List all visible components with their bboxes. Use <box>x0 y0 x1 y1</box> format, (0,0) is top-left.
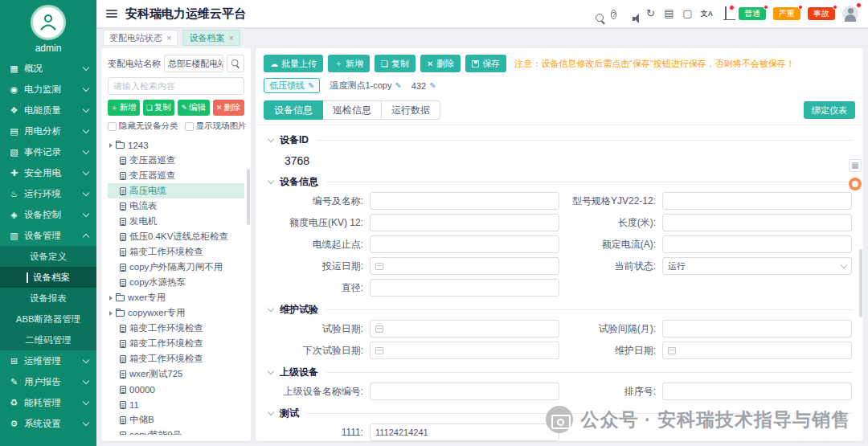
tree-item[interactable]: 变压器巡查 <box>108 168 244 183</box>
sidebar-item-device-report[interactable]: 设备报表 <box>0 288 96 309</box>
tree-folder[interactable]: 1243 <box>108 137 244 153</box>
translate-icon[interactable]: 文A <box>701 8 714 19</box>
sidebar-item-system-settings[interactable]: ⚙系统设置 <box>0 413 96 434</box>
tree-scrollbar[interactable] <box>247 169 250 225</box>
tree-item[interactable]: 电流表 <box>108 198 244 214</box>
tree-item[interactable]: wxer测试725 <box>108 366 244 382</box>
device-tag[interactable]: 432✎ <box>411 81 436 91</box>
edit-icon[interactable]: ✎ <box>395 81 401 90</box>
sidebar-item-operating-env[interactable]: ♨运行环境 <box>0 183 96 204</box>
field-commission-date[interactable] <box>370 257 559 275</box>
sidebar-item-power-monitoring[interactable]: ◉电力监测 <box>0 79 96 100</box>
bind-meter-button[interactable]: 绑定仪表 <box>804 101 855 119</box>
sidebar-item-device-control[interactable]: ◈设备控制 <box>0 204 96 225</box>
sidebar-item-user-report[interactable]: ✎用户报告 <box>0 371 96 392</box>
close-icon[interactable]: × <box>166 33 171 43</box>
edit-icon[interactable]: ✎ <box>429 81 436 90</box>
field-number-name[interactable] <box>370 192 559 210</box>
collapse-icon[interactable] <box>268 368 274 374</box>
tree-item[interactable]: 箱变工作环境检查 <box>108 321 244 336</box>
collapse-icon[interactable] <box>268 136 274 142</box>
sidebar-item-device-definition[interactable]: 设备定义 <box>0 246 96 267</box>
bell-icon[interactable] <box>720 8 731 19</box>
field-1111[interactable]: 11124214241 <box>370 423 559 441</box>
tree-item[interactable]: copy户外隔离刀闸不用 <box>108 260 244 275</box>
tree-item[interactable]: copy水源热泵 <box>108 275 244 290</box>
field-cable-endpoints[interactable] <box>370 235 559 253</box>
field-rated-voltage[interactable] <box>370 214 559 231</box>
show-site-photos-checkbox[interactable]: 显示现场图片 <box>185 121 247 132</box>
tab-device-archive[interactable]: 设备档案× <box>182 30 240 46</box>
sidebar-item-device-archive[interactable]: 设备档案 <box>0 267 96 288</box>
fullscreen-icon[interactable]: ▢ <box>682 8 694 19</box>
device-tag-selected[interactable]: 低压馈线✎ <box>264 78 320 93</box>
field-test-date[interactable] <box>370 320 559 338</box>
help-icon[interactable]: ? <box>608 8 620 19</box>
tree-add-button[interactable]: ＋新增 <box>108 100 140 116</box>
panel-toggle-icon[interactable]: ▦ <box>849 159 862 172</box>
field-current-status[interactable]: 运行 <box>662 257 852 275</box>
edit-icon[interactable]: ✎ <box>308 81 314 90</box>
tree-item-selected[interactable]: 高压电缆 <box>108 183 244 198</box>
sidebar-item-safe-power[interactable]: ✚安全用电 <box>0 162 96 183</box>
sidebar-item-power-quality[interactable]: ❖电能质量 <box>0 100 96 121</box>
alarm-badge-normal[interactable]: 普通 <box>739 7 766 20</box>
sidebar-item-usage-analysis[interactable]: ▤用电分析 <box>0 121 96 141</box>
batch-upload-button[interactable]: ☁批量上传 <box>264 55 323 72</box>
station-search-button[interactable] <box>227 55 244 72</box>
tree-edit-button[interactable]: ✎编辑 <box>178 100 210 116</box>
report-icon[interactable]: ▤ <box>664 8 675 19</box>
menu-toggle-icon[interactable] <box>106 10 117 18</box>
field-sort-number[interactable] <box>662 383 852 400</box>
close-icon[interactable]: × <box>228 33 233 43</box>
collapse-icon[interactable] <box>268 178 274 184</box>
sidebar-item-om-mgmt[interactable]: ⊞运维管理 <box>0 350 96 371</box>
tree-item[interactable]: 变压器巡查 <box>108 153 244 168</box>
tree-copy-button[interactable]: ❏复制 <box>143 100 175 116</box>
sidebar-item-device-mgmt[interactable]: ▥设备管理 <box>0 225 96 246</box>
tree-item[interactable]: 箱变工作环境检查 <box>108 336 244 351</box>
tree-item[interactable]: 11 <box>108 397 244 412</box>
tab-inspection-info[interactable]: 巡检信息 <box>322 100 382 120</box>
tab-station-status[interactable]: 变配电站状态× <box>103 30 178 46</box>
station-select[interactable]: 总部E楼配电站 <box>164 55 223 72</box>
collapse-icon[interactable] <box>268 409 274 415</box>
sidebar-item-event-records[interactable]: ▧事件记录 <box>0 141 96 162</box>
field-length[interactable] <box>662 214 852 231</box>
tree-item[interactable]: 00000 <box>108 382 244 397</box>
tree-folder[interactable]: copywxer专用 <box>108 305 244 321</box>
copy-device-button[interactable]: ❏复制 <box>375 55 416 72</box>
tree-item[interactable]: 中储B <box>108 412 244 428</box>
device-tag[interactable]: 温度测点1-copy✎ <box>330 80 401 92</box>
field-test-interval[interactable] <box>662 320 852 338</box>
field-next-test-date[interactable] <box>370 342 559 359</box>
tree-item[interactable]: copy节能9号 <box>108 428 244 435</box>
tab-runtime-data[interactable]: 运行数据 <box>381 100 440 120</box>
alarm-badge-accident[interactable]: 事故 <box>808 7 835 20</box>
collapse-icon[interactable] <box>268 305 274 312</box>
field-diameter[interactable] <box>370 279 559 297</box>
form-scrollbar[interactable] <box>859 249 862 317</box>
tree-delete-button[interactable]: ✕删除 <box>213 100 245 116</box>
delete-device-button[interactable]: ✕删除 <box>420 55 461 72</box>
sidebar-item-qrcode-mgmt[interactable]: 二维码管理 <box>0 329 96 350</box>
field-maintenance-date[interactable] <box>662 342 852 359</box>
sidebar-item-abb-breaker-mgmt[interactable]: ABB断路器管理 <box>0 309 96 329</box>
tree-item[interactable]: 低压0.4KV进线总柜检查 <box>108 229 244 244</box>
orange-ring-widget[interactable] <box>849 178 862 190</box>
sidebar-item-energy-mgmt[interactable]: ♻能耗管理 <box>0 392 96 413</box>
tree-item[interactable]: 发电机 <box>108 214 244 229</box>
refresh-icon[interactable]: ↻ <box>645 8 657 19</box>
tree-search-input[interactable] <box>108 77 244 95</box>
tree-item[interactable]: 箱变工作环境检查 <box>108 351 244 366</box>
field-model[interactable] <box>662 192 852 210</box>
save-button[interactable]: 保存 <box>465 55 506 72</box>
add-device-button[interactable]: ＋新增 <box>328 55 370 72</box>
sidebar-item-overview[interactable]: ▦概况 <box>0 58 96 79</box>
tab-device-info[interactable]: 设备信息 <box>264 100 323 120</box>
tree-folder[interactable]: wxer专用 <box>108 290 244 305</box>
hide-empty-category-checkbox[interactable]: 隐藏无设备分类 <box>108 121 178 132</box>
field-rated-current[interactable] <box>662 235 852 253</box>
alarm-badge-serious[interactable]: 严重 <box>773 7 800 20</box>
user-avatar[interactable] <box>842 6 858 22</box>
